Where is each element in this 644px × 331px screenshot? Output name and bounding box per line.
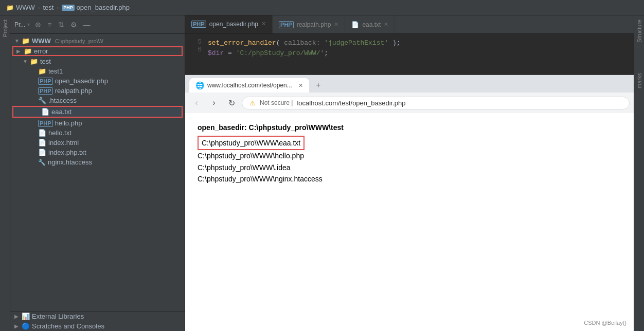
tree-item-external-libs[interactable]: ▶ 📊 External Libraries: [10, 311, 185, 321]
tree-item-realpath[interactable]: PHP realpath.php: [10, 86, 185, 96]
tree-item-nginx-htaccess[interactable]: 🔧 nginx.htaccess: [10, 157, 185, 167]
breadcrumb-file: PHP open_basedir.php: [62, 4, 130, 11]
browser-globe-icon: 🌐: [195, 81, 204, 89]
breadcrumb-www-label: WWW: [16, 4, 35, 11]
project-panel: Pr... ▾ ⊕ ≡ ⇅ ⚙ — ▼ 📁 WWW C:\phpstudy_pr…: [10, 15, 185, 331]
structure-side-tab[interactable]: Structure: [634, 15, 644, 47]
tree-index-html-label: index.html: [48, 139, 79, 146]
tree-htaccess-label: .htaccess: [48, 97, 77, 104]
tab-open-basedir[interactable]: PHP open_basedir.php ✕: [185, 15, 273, 33]
side-tabs-left: Project: [0, 15, 10, 331]
marks-side-tab[interactable]: marks: [634, 69, 644, 93]
folder-error-icon: 📁: [24, 47, 32, 55]
tab-realpath[interactable]: PHP realpath.php ✕: [273, 15, 345, 33]
txt-file-icon-index-php: 📄: [38, 149, 46, 156]
tree-eaa-label: eaa.txt: [51, 108, 71, 116]
project-toolbar: Pr... ▾ ⊕ ≡ ⇅ ⚙ —: [10, 15, 185, 34]
sort-icon[interactable]: ⇅: [57, 20, 65, 30]
tab-txt-icon: 📄: [351, 21, 359, 28]
collapse-icon[interactable]: ≡: [46, 20, 52, 30]
browser-tab-close-btn[interactable]: ✕: [298, 82, 303, 89]
breadcrumb-sep-1: ›: [38, 5, 40, 11]
tab-realpath-label: realpath.php: [297, 21, 331, 28]
tree-item-hello-txt[interactable]: 📄 hello.txt: [10, 128, 185, 138]
browser-nav-bar: ‹ › ↻ ⚠ Not secure | localhost.com/test/…: [185, 93, 634, 113]
tree-open-basedir-label: open_basedir.php: [55, 77, 108, 85]
breadcrumb-test-label: test: [43, 4, 53, 11]
tree-error-label: error: [34, 47, 48, 55]
editor-tabs: PHP open_basedir.php ✕ PHP realpath.php …: [185, 15, 634, 34]
tree-item-index-html[interactable]: 📄 index.html: [10, 138, 185, 148]
tree-item-open-basedir[interactable]: PHP open_basedir.php: [10, 76, 185, 86]
browser-tab-url: www.localhost.com/test/open...: [207, 82, 292, 89]
content-area: PHP open_basedir.php ✕ PHP realpath.php …: [185, 15, 634, 331]
top-breadcrumb-bar: 📁 WWW › test › PHP open_basedir.php: [0, 0, 644, 15]
folder-test-icon: 📁: [30, 58, 38, 65]
output-line-1: C:\phpstudy_pro\WWW\eaa.txt: [198, 136, 305, 150]
folder-www-icon: 📁: [22, 37, 30, 45]
breadcrumb-test: test: [43, 4, 53, 11]
side-tabs-right: Structure marks: [634, 15, 644, 331]
forward-btn[interactable]: ›: [207, 96, 221, 110]
browser-new-tab-btn[interactable]: +: [311, 78, 326, 93]
tab-close-eaa[interactable]: ✕: [384, 21, 388, 28]
tree-item-htaccess[interactable]: 🔧 .htaccess: [10, 96, 185, 105]
output-line-2: C:\phpstudy_pro\WWW\hello.php: [198, 150, 621, 161]
tree-item-test1[interactable]: 📁 test1: [10, 66, 185, 76]
libs-icon: 📊: [22, 312, 30, 320]
tree-item-test[interactable]: ▼ 📁 test: [10, 57, 185, 66]
folder-test1-icon: 📁: [38, 67, 46, 75]
chevron-scratches: ▶: [14, 323, 20, 329]
code-line-6: $dir = 'C:/phpStudy_pro/WWW/';: [208, 48, 628, 59]
address-bar[interactable]: ⚠ Not secure | localhost.com/test/open_b…: [242, 97, 630, 109]
tab-eaa[interactable]: 📄 eaa.txt ✕: [345, 15, 395, 33]
bottom-items: ▶ 📊 External Libraries ▶ 🔵 Scratches and…: [10, 311, 185, 331]
project-side-tab[interactable]: Project: [0, 15, 10, 41]
tree-realpath-label: realpath.php: [55, 87, 92, 95]
tree-item-index-php-txt[interactable]: 📄 index.php.txt: [10, 148, 185, 157]
code-lines: set_error_handler( callback: 'judgePathE…: [208, 38, 628, 70]
tree-www-path: C:\phpstudy_pro\W: [55, 38, 103, 44]
project-dropdown-icon[interactable]: ▾: [27, 22, 30, 27]
tree-item-hello-php[interactable]: PHP hello.php: [10, 118, 185, 128]
tab-close-open-basedir[interactable]: ✕: [261, 21, 266, 27]
tab-open-basedir-label: open_basedir.php: [209, 21, 258, 28]
tree-nginx-htaccess-label: nginx.htaccess: [48, 158, 92, 166]
scratches-icon: 🔵: [22, 322, 30, 330]
php-file-icon-hello: PHP: [38, 120, 53, 127]
chevron-www: ▼: [14, 38, 20, 44]
add-icon[interactable]: ⊕: [34, 20, 42, 30]
tree-test-label: test: [40, 58, 51, 65]
php-file-icon-realpath: PHP: [38, 87, 53, 95]
chevron-test: ▼: [23, 59, 28, 64]
tab-php-icon-2: PHP: [279, 21, 294, 28]
breadcrumb-sep-2: ›: [57, 5, 59, 11]
chevron-external-libs: ▶: [14, 314, 20, 319]
breadcrumb-www: 📁 WWW: [6, 4, 35, 11]
tree-item-www[interactable]: ▼ 📁 WWW C:\phpstudy_pro\W: [10, 36, 185, 46]
tree-item-scratches[interactable]: ▶ 🔵 Scratches and Consoles: [10, 321, 185, 331]
file-tree: ▼ 📁 WWW C:\phpstudy_pro\W ▶ 📁 error ▼ 📁 …: [10, 34, 185, 311]
watermark: CSDN @Beilay(): [584, 320, 627, 326]
php-badge: PHP: [62, 5, 75, 11]
code-line-5: set_error_handler( callback: 'judgePathE…: [208, 38, 628, 48]
address-text: localhost.com/test/open_basedir.php: [297, 99, 405, 107]
tree-index-php-txt-label: index.php.txt: [48, 149, 86, 156]
main-layout: Project Pr... ▾ ⊕ ≡ ⇅ ⚙ — ▼ 📁 WWW C:\php…: [0, 15, 644, 331]
chevron-error: ▶: [16, 48, 22, 54]
nginx-icon: 🔧: [38, 159, 46, 166]
browser-tab-active[interactable]: 🌐 www.localhost.com/test/open... ✕: [189, 78, 309, 93]
tree-hello-txt-label: hello.txt: [48, 129, 71, 137]
tree-item-error[interactable]: ▶ 📁 error: [12, 46, 183, 56]
tree-test1-label: test1: [48, 67, 63, 75]
output-line-4: C:\phpstudy_pro\WWW\nginx.htaccess: [198, 173, 621, 185]
txt-file-icon-hello: 📄: [38, 129, 46, 137]
minimize-icon[interactable]: —: [82, 20, 92, 30]
browser-tab-bar: 🌐 www.localhost.com/test/open... ✕ +: [185, 75, 634, 93]
refresh-btn[interactable]: ↻: [224, 96, 239, 110]
output-line-3: C:\phpstudy_pro\WWW\.idea: [198, 162, 621, 173]
back-btn[interactable]: ‹: [189, 96, 204, 110]
settings-icon[interactable]: ⚙: [69, 20, 78, 30]
tree-item-eaa-txt[interactable]: 📄 eaa.txt: [12, 106, 183, 118]
tab-close-realpath[interactable]: ✕: [334, 21, 338, 28]
